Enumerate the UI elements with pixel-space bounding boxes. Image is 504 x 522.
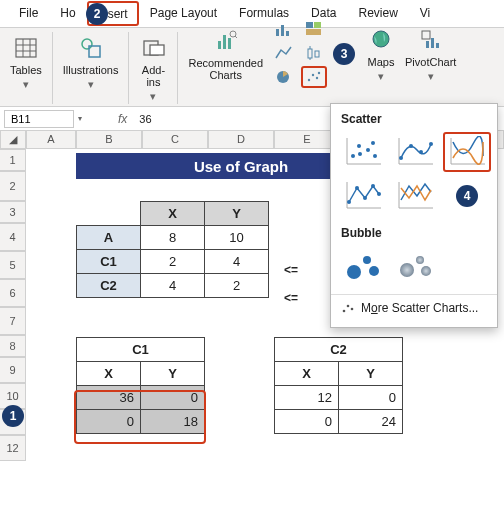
cell[interactable]: 4 [205,250,269,274]
scatter-dropdown: Scatter 4 Bubble More Scatter Charts... [330,103,498,328]
tables-button[interactable]: Tables ▾ [8,32,44,92]
recommended-chart-icon [212,27,240,55]
bubble-option[interactable] [339,246,387,286]
row-header-9[interactable]: 9 [0,357,26,383]
svg-point-41 [373,154,377,158]
tab-file[interactable]: File [8,0,49,27]
svg-rect-10 [223,35,226,49]
svg-line-13 [235,36,237,38]
svg-rect-15 [281,25,284,36]
cell[interactable]: 0 [77,410,141,434]
c2-y: Y [339,362,403,386]
svg-point-55 [371,184,375,188]
svg-point-46 [419,150,423,154]
cell[interactable]: 10 [205,226,269,250]
name-box[interactable] [4,110,74,128]
svg-point-36 [351,154,355,158]
formula-value[interactable]: 36 [133,113,157,125]
svg-point-28 [318,72,320,74]
col-header-d[interactable]: D [208,131,274,149]
line-chart-button[interactable] [271,42,297,64]
shapes-icon [77,34,105,62]
chevron-down-icon: ▾ [428,70,434,82]
c1-title: C1 [77,338,205,362]
scatter-smooth-markers-option[interactable] [391,132,439,172]
select-all-corner[interactable]: ◢ [0,131,26,149]
svg-point-5 [82,39,92,49]
svg-rect-20 [308,49,312,58]
svg-rect-31 [426,41,429,48]
cell[interactable]: 2 [141,250,205,274]
row-header-6[interactable]: 6 [0,279,26,307]
cell[interactable]: 18 [141,410,205,434]
scatter-straight-lines-option[interactable] [391,176,439,216]
row-header-12[interactable]: 12 [0,435,26,461]
svg-point-67 [351,308,354,311]
more-scatter-charts[interactable]: More Scatter Charts... [331,294,497,321]
cell[interactable]: 12 [275,386,339,410]
step-badge-2: 2 [86,3,108,25]
cell[interactable]: 36 [77,386,141,410]
hierarchy-chart-button[interactable] [301,18,327,40]
cell[interactable]: 0 [339,386,403,410]
col-header-a[interactable]: A [26,131,76,149]
recommended-charts-button[interactable]: Recommended Charts [186,25,265,83]
cell[interactable]: 24 [339,410,403,434]
svg-rect-16 [286,31,289,36]
svg-point-26 [312,74,314,76]
scatter-straight-markers-option[interactable] [339,176,387,216]
chevron-down-icon: ▾ [378,70,384,82]
c1-y: Y [141,362,205,386]
svg-point-66 [347,305,350,308]
pie-chart-button[interactable] [271,66,297,88]
svg-rect-0 [16,39,36,57]
note-le-2: <= [284,291,298,305]
col-y: Y [205,202,269,226]
tab-page-layout[interactable]: Page Layout [139,0,228,27]
stat-chart-button[interactable] [301,42,327,64]
group-addins: Add- ins ▾ [129,32,178,104]
more-label: More Scatter Charts... [361,301,478,315]
group-tables: Tables ▾ [0,32,53,104]
svg-rect-23 [315,51,319,57]
row-header-3[interactable]: 3 [0,201,26,223]
addins-button[interactable]: Add- ins ▾ [137,32,169,104]
row-header-8[interactable]: 8 [0,335,26,357]
scatter-smooth-lines-option[interactable] [443,132,491,172]
fx-icon[interactable]: fx [112,112,133,126]
svg-point-65 [343,310,346,313]
row-header-7[interactable]: 7 [0,307,26,335]
row-header-4[interactable]: 4 [0,223,26,251]
svg-point-47 [429,142,433,146]
maps-button[interactable]: Maps ▾ [365,24,397,84]
svg-point-27 [316,77,318,79]
row-header-5[interactable]: 5 [0,251,26,279]
cell[interactable]: 4 [141,274,205,298]
recommended-label: Recommended Charts [188,57,263,81]
col-header-b[interactable]: B [76,131,142,149]
svg-rect-9 [218,41,221,49]
namebox-dropdown-icon[interactable]: ▾ [78,114,82,123]
scatter-section-label: Scatter [331,110,497,130]
svg-rect-19 [306,29,321,35]
column-chart-button[interactable] [271,18,297,40]
svg-point-56 [377,192,381,196]
col-header-c[interactable]: C [142,131,208,149]
cell[interactable]: 0 [141,386,205,410]
svg-point-40 [371,141,375,145]
cell[interactable]: 2 [205,274,269,298]
svg-point-52 [347,200,351,204]
row-header-2[interactable]: 2 [0,171,26,201]
pivotchart-button[interactable]: PivotChart ▾ [403,24,458,84]
svg-point-64 [421,266,431,276]
tab-home[interactable]: Ho [49,0,86,27]
row-header-1[interactable]: 1 [0,149,26,171]
charts-group-label [321,76,324,92]
svg-point-44 [399,156,403,160]
cell[interactable]: 8 [141,226,205,250]
cell[interactable]: 0 [275,410,339,434]
illustrations-button[interactable]: Illustrations ▾ [61,32,121,92]
chevron-down-icon: ▾ [23,78,29,90]
bubble-3d-option[interactable] [391,246,439,286]
scatter-markers-option[interactable] [339,132,387,172]
